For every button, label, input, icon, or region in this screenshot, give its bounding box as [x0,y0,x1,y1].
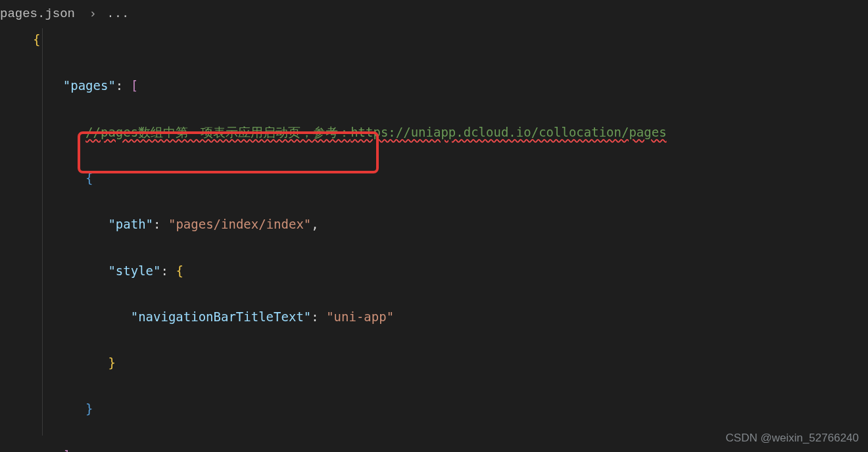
breadcrumb-rest[interactable]: ... [107,7,129,21]
close-brace-style: } [108,355,115,370]
close-bracket: ] [63,448,70,452]
key-style: "style" [108,263,160,278]
chevron-right-icon: › [89,3,96,26]
key-pages: "pages" [63,78,116,93]
open-brace: { [33,32,40,47]
code-editor[interactable]: { "pages": [ //pages数组中第一项表示应用启动页，参考：htt… [0,27,868,452]
key-path: "path" [108,217,153,231]
breadcrumb: pages.json › ... [0,0,868,27]
val-uniapp: "uni-app" [326,309,394,324]
key-navtitle: "navigationBarTitleText" [131,309,312,324]
comment-text: //pages数组中第一项表示应用启动页，参考： [85,125,350,139]
comment-link[interactable]: https://uniapp.dcloud.io/collocation/pag… [350,125,666,139]
indent-guide [42,28,43,436]
open-brace-obj: { [85,171,93,185]
val-path: "pages/index/index" [168,217,311,231]
watermark: CSDN @weixin_52766240 [726,428,859,448]
close-brace-obj: } [85,401,93,416]
open-brace-style: { [176,263,183,278]
breadcrumb-file[interactable]: pages.json [0,7,75,21]
open-bracket: [ [131,78,138,93]
